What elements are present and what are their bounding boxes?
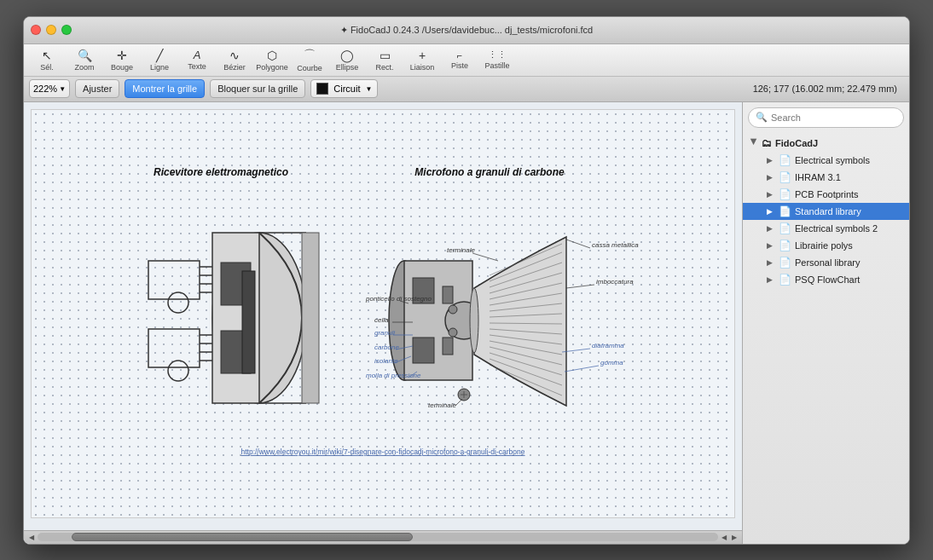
tree-arrow-pcb: ▶ [767,190,775,199]
psq-icon: 📄 [779,274,791,286]
sidebar: 🔍 ▶ 🗂 FidoCadJ ▶ 📄 Electrical symbols ▶ [743,102,909,544]
electrical2-icon: 📄 [779,222,791,234]
tree-label-personal: Personal library [795,257,860,268]
svg-text:imboccatura: imboccatura [596,278,634,286]
svg-point-47 [470,288,478,353]
svg-point-11 [168,292,188,313]
scroll-left-arrow[interactable]: ◀ [27,534,36,541]
tool-bezier[interactable]: ∿ Bézier [217,45,252,74]
line-icon: ╱ [156,49,163,62]
svg-line-74 [565,366,599,372]
polygon-icon: ⬡ [267,49,277,62]
text-icon: A [194,49,201,61]
scroll-thumb[interactable] [72,533,413,541]
svg-rect-21 [302,233,319,403]
tree-item-electrical-symbols[interactable]: ▶ 📄 Electrical symbols [743,152,909,169]
svg-text:Microfono a granuli di carbone: Microfono a granuli di carbone [414,166,565,178]
search-input[interactable] [771,113,896,123]
tree-label-ihram: IHRAM 3.1 [795,172,841,182]
tree-arrow-librairie: ▶ [767,241,775,250]
tree-label-electrical2: Electrical symbols 2 [795,223,878,234]
svg-text:terminale: terminale [428,401,456,409]
tree-label-fidocadj: FidoCadJ [775,138,818,148]
tree-item-pcb[interactable]: ▶ 📄 PCB Footprints [743,186,909,203]
scroll-track[interactable] [38,533,718,541]
tool-line[interactable]: ╱ Ligne [142,45,177,74]
connection-icon: + [419,49,426,62]
tool-polygon[interactable]: ⬡ Polygone [254,45,290,74]
canvas-background: Ricevitore elettromagnetico Microfono a … [31,109,735,518]
personal-icon: 📄 [779,257,791,268]
show-grid-button[interactable]: Montrer la grille [125,79,205,98]
svg-text:Ricevitore elettromagnetico: Ricevitore elettromagnetico [154,166,288,178]
tree-item-psq[interactable]: ▶ 📄 PSQ FlowChart [743,271,909,288]
scroll-right-arrow-1[interactable]: ◀ [720,534,728,541]
svg-rect-18 [242,271,255,373]
librairie-icon: 📄 [779,240,791,251]
maximize-button[interactable] [61,25,72,35]
svg-text:terminale: terminale [447,246,475,254]
tool-connection[interactable]: + Liaison [404,45,440,74]
tree-label-electrical: Electrical symbols [795,155,870,165]
circuit-select[interactable]: Circuit ▼ [310,79,378,98]
tool-sel[interactable]: ↖ Sél. [29,45,65,74]
canvas-area[interactable]: Ricevitore elettromagnetico Microfono a … [24,102,743,544]
tree-label-librairie: Librairie polys [795,240,853,251]
electrical-icon: 📄 [779,154,791,166]
scroll-right-arrow-2[interactable]: ▶ [730,534,739,541]
main-area: Ricevitore elettromagnetico Microfono a … [24,102,909,544]
tool-paste[interactable]: ⋮⋮ Pastille [479,45,515,74]
adjust-button[interactable]: Ajuster [75,79,119,98]
svg-text:molla di pressione: molla di pressione [366,372,421,379]
tool-rect[interactable]: ▭ Rect. [367,45,403,74]
circuit-arrow-icon: ▼ [365,85,372,93]
svg-line-56 [566,285,594,288]
pcb-icon: 📄 [779,188,791,200]
title-bar: ✦ FidoCadJ 0.24.3 /Users/davidebuc... dj… [24,17,909,44]
tool-zoom[interactable]: 🔍 Zoom [67,45,102,74]
svg-rect-25 [413,338,434,363]
tree-arrow-electrical: ▶ [767,156,775,165]
tree-arrow-standard: ▶ [767,207,775,216]
svg-text:cassa metallica: cassa metallica [592,241,639,249]
toolbar: ↖ Sél. 🔍 Zoom ✛ Bouge ╱ Ligne A Texte ∿ … [24,44,909,77]
window-title: ✦ FidoCadJ 0.24.3 /Users/davidebuc... dj… [340,25,593,36]
tree-arrow-electrical2: ▶ [767,224,775,233]
zoom-icon: 🔍 [78,49,92,62]
coordinates-display: 126; 177 (16.002 mm; 22.479 mm) [753,84,904,94]
tree-item-ihram[interactable]: ▶ 📄 IHRAM 3.1 [743,169,909,186]
bezier-icon: ∿ [229,49,240,62]
zoom-select[interactable]: 222% ▼ [29,79,70,98]
tree-item-librairie[interactable]: ▶ 📄 Librairie polys [743,237,909,254]
tool-move[interactable]: ✛ Bouge [104,45,140,74]
ihram-icon: 📄 [779,171,791,183]
svg-text:http://www.electroyou.it/mir/w: http://www.electroyou.it/mir/wiki/7-dise… [240,447,524,456]
search-icon: 🔍 [756,112,768,123]
svg-point-30 [449,328,457,337]
tool-text[interactable]: A Texte [179,45,215,74]
fidocadj-icon: 🗂 [762,137,772,149]
tree-item-electrical-2[interactable]: ▶ 📄 Electrical symbols 2 [743,220,909,237]
snap-grid-button[interactable]: Bloquer sur la grille [210,79,305,98]
traffic-lights [31,25,72,35]
standard-icon: 📄 [779,205,791,217]
tool-ellipse[interactable]: ◯ Ellipse [329,45,365,74]
tree-arrow-fidocadj: ▶ [750,139,758,147]
tree-label-psq: PSQ FlowChart [795,274,860,285]
track-icon: ⌐ [457,50,462,61]
zoom-arrow-icon: ▼ [59,85,66,93]
search-box[interactable]: 🔍 [748,107,904,128]
tree-item-fidocadj[interactable]: ▶ 🗂 FidoCadJ [743,135,909,152]
tree-item-personal[interactable]: ▶ 📄 Personal library [743,254,909,271]
tool-curve[interactable]: ⌒ Courbe [292,45,327,74]
rect-icon: ▭ [380,49,391,62]
zoom-value: 222% [33,84,57,94]
tool-track[interactable]: ⌐ Piste [442,45,478,74]
svg-line-54 [566,240,590,248]
tree-item-standard-library[interactable]: ▶ 📄 Standard library [743,203,909,220]
minimize-button[interactable] [46,25,56,35]
close-button[interactable] [31,25,41,35]
svg-line-70 [455,399,462,406]
control-bar: 222% ▼ Ajuster Montrer la grille Bloquer… [24,77,909,102]
horizontal-scrollbar[interactable]: ◀ ◀ ▶ [24,530,742,544]
